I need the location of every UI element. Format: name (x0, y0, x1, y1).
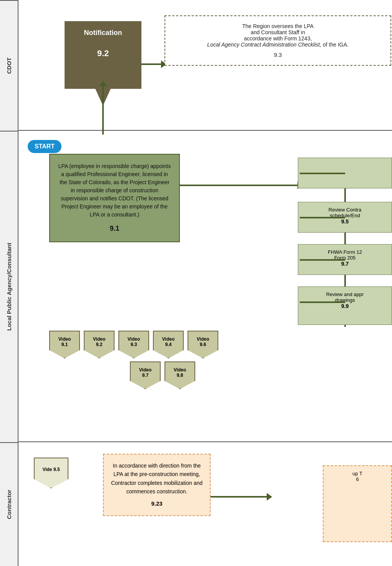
lpa-main-number: 9.1 (58, 223, 171, 234)
lpa-main-box: LPA (employee in responsible charge) app… (49, 154, 180, 242)
video-shields-row1: Video 9.1 Video 9.2 Video 9.3 Video 9.4 … (49, 331, 218, 358)
video-shield-96[interactable]: Video 9.6 (188, 331, 218, 358)
contractor-mobilization-text: In accordance with direction from the LP… (111, 461, 203, 496)
cdot-section: Notification 9.2 The Region oversees the… (18, 0, 392, 131)
region-line4: of the IGA. (323, 42, 349, 48)
video-92-number: 9.2 (96, 342, 103, 347)
video-shields-row2: Video 9.7 Video 9.8 (130, 361, 195, 389)
video-shield-98[interactable]: Video 9.8 (164, 361, 195, 389)
video-94-label: Video (162, 336, 174, 342)
video-shield-94[interactable]: Video 9.4 (153, 331, 184, 358)
video-93-number: 9.3 (131, 342, 137, 347)
start-badge: START (28, 140, 61, 153)
region-text: The Region oversees the LPA and Consulta… (172, 23, 384, 48)
arrow-to-box2 (300, 217, 345, 218)
video-98-label: Video (174, 367, 186, 373)
lane-label-lpa: Local Public Agency/Consultant (0, 131, 18, 442)
video-97-number: 9.7 (142, 373, 149, 378)
contractor-mobilization-box: In accordance with direction from the LP… (103, 454, 211, 516)
arrow-notification-to-region (141, 63, 163, 65)
video-91-number: 9.1 (61, 342, 68, 347)
arrow-to-box3 (300, 259, 345, 261)
lane-label-contractor: Contractor (0, 442, 18, 566)
arrow-contractor-right (211, 496, 268, 498)
region-italic: Local Agency Contract Administration Che… (207, 42, 321, 48)
contractor-mobilization-number: 9.23 (111, 499, 203, 508)
contractor-right-box: up T 6 (323, 465, 392, 542)
region-line1: The Region oversees the LPA (242, 23, 314, 29)
video-shield-97[interactable]: Video 9.7 (130, 361, 161, 389)
video-96-label: Video (197, 336, 209, 342)
notification-number: 9.2 (70, 48, 136, 58)
lane-label-cdot: CDOT (0, 0, 18, 131)
lpa-main-text: LPA (employee in responsible charge) app… (58, 162, 171, 219)
region-line3: accordance with Form 1243, (244, 35, 312, 42)
video-shield-92[interactable]: Video 9.2 (84, 331, 115, 358)
video-98-number: 9.8 (177, 373, 183, 378)
contractor-right-number: 6 (328, 476, 387, 482)
arrow-lpa-to-right (180, 185, 299, 186)
arrow-to-box1 (300, 173, 345, 174)
right-box-4-number: 9.9 (303, 303, 387, 309)
video-92-label: Video (93, 336, 105, 342)
contractor-right-text: up T (328, 471, 387, 476)
video-96-number: 9.6 (200, 342, 206, 347)
video-93-label: Video (128, 336, 140, 342)
video-91-label: Video (58, 336, 71, 342)
region-oversees-box: The Region oversees the LPA and Consulta… (164, 15, 391, 66)
arrow-up-to-cdot (102, 85, 104, 135)
lane-labels: CDOT Local Public Agency/Consultant Cont… (0, 0, 18, 566)
content-area: Notification 9.2 The Region oversees the… (18, 0, 392, 566)
video-shield-contractor[interactable]: Vide 9.5 (34, 458, 68, 488)
notification-title: Notification (70, 29, 136, 37)
main-container: CDOT Local Public Agency/Consultant Cont… (0, 0, 392, 566)
region-line2: and Consultant Staff in (251, 29, 305, 35)
right-box-4: Review and apprdrawings 9.9 (298, 286, 392, 325)
region-number: 9.3 (172, 52, 384, 58)
lpa-section: START LPA (employee in responsible charg… (18, 131, 392, 442)
right-box-2-number: 9.5 (303, 218, 387, 225)
video-shield-93[interactable]: Video 9.3 (118, 331, 149, 358)
right-box-3-number: 9.7 (303, 261, 387, 267)
video-contractor-label: Vide 9.5 (42, 467, 60, 472)
video-94-number: 9.4 (165, 342, 172, 347)
video-97-label: Video (139, 367, 151, 373)
arrow-to-box4 (300, 301, 345, 303)
video-shield-91[interactable]: Video 9.1 (49, 331, 80, 358)
contractor-section: Vide 9.5 In accordance with direction fr… (18, 442, 392, 566)
